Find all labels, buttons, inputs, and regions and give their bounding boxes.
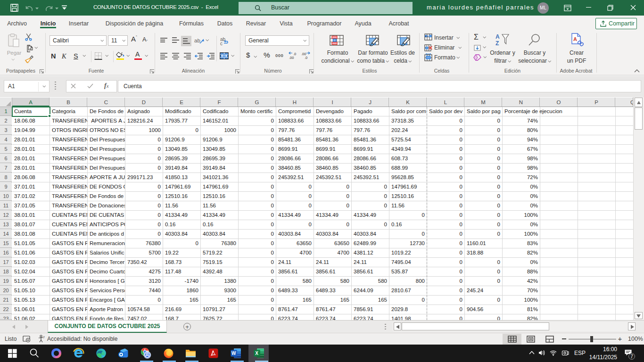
svg-text:A: A xyxy=(495,33,500,40)
svg-text:ab: ab xyxy=(194,38,200,43)
svg-text:.00: .00 xyxy=(289,56,294,59)
svg-text:A: A xyxy=(573,36,577,42)
svg-text:Z: Z xyxy=(495,40,499,46)
svg-text:.0: .0 xyxy=(305,56,307,59)
svg-text:c: c xyxy=(220,41,223,46)
svg-text:W: W xyxy=(231,351,236,356)
svg-text:?: ? xyxy=(43,336,45,339)
svg-text:X: X xyxy=(255,351,258,356)
